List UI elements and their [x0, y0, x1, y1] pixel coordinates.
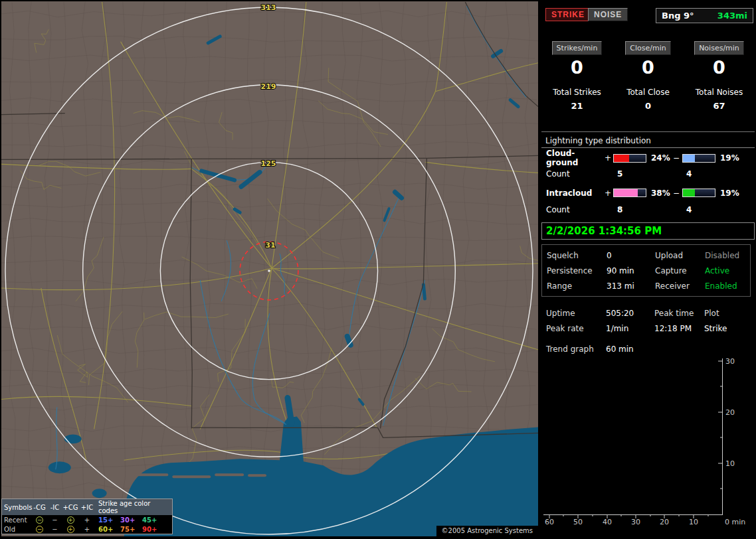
legend-col-pos-ic: +IC	[78, 504, 96, 511]
bearing-readout: Bng 9° 343mi	[656, 8, 753, 23]
status-box: Squelch 0 Upload Disabled Persistence 90…	[541, 244, 751, 297]
ic-minus-count: 4	[682, 205, 717, 214]
pos-ic-recent-icon: +	[78, 516, 96, 524]
age-90: 90+	[142, 526, 163, 533]
neg-cg-old-icon: −	[36, 526, 43, 533]
cg-count-label: Count	[546, 169, 605, 179]
close-per-min-button[interactable]: Close/min	[625, 41, 670, 55]
origin-label: 0 min	[725, 518, 745, 526]
noises-per-min-value: 0	[684, 57, 755, 78]
distribution-title: Lightning type distribution	[541, 136, 755, 148]
ring-label-313: 313	[261, 3, 276, 12]
ic-minus-pct: 19%	[717, 189, 756, 198]
capture-label: Capture	[655, 266, 705, 275]
age-75: 75+	[120, 526, 141, 533]
legend-symbols-header: Symbols	[4, 504, 32, 511]
pos-cg-recent-icon: +	[67, 516, 74, 524]
range-value: 313 mi	[607, 281, 655, 291]
legend-age-header: Strike age color codes	[96, 500, 170, 514]
ring-label-219: 219	[261, 82, 276, 91]
divider	[541, 131, 755, 132]
ic-plus-pct: 38%	[648, 189, 673, 198]
age-30: 30+	[120, 516, 141, 524]
svg-text:10: 10	[689, 518, 698, 526]
noises-per-min-button[interactable]: Noises/min	[694, 41, 744, 55]
minus-sign: −	[673, 153, 682, 163]
neg-cg-recent-icon: −	[36, 516, 43, 524]
legend-row-recent: Recent − − + + 15+ 30+ 45+	[2, 515, 172, 524]
close-per-min-value: 0	[613, 57, 684, 78]
trend-graph-value: 60 min	[606, 345, 755, 354]
map-canvas: 313 219 125 31	[1, 1, 538, 536]
ring-label-125: 125	[261, 159, 276, 168]
cg-plus-count: 5	[613, 169, 648, 179]
axis-ticks	[549, 361, 722, 518]
receiver-label: Receiver	[655, 281, 705, 291]
legend-row-old: Old − − + + 60+ 75+ 90+	[2, 524, 172, 534]
app-window: 313 219 125 31 Symbols -CG -IC +CG +IC S…	[0, 0, 756, 539]
y-axis-labels: 30 20 10	[725, 357, 735, 468]
datetime-value: 2/2/2026 1:34:56 PM	[546, 225, 662, 237]
strike-map[interactable]: 313 219 125 31 Symbols -CG -IC +CG +IC S…	[1, 1, 538, 536]
cloud-ground-label: Cloud-ground	[546, 149, 605, 167]
persistence-value: 90 min	[607, 266, 655, 275]
total-noises-label: Total Noises	[684, 88, 755, 97]
plot-label: Plot	[704, 309, 755, 318]
strikes-per-min-value: 0	[541, 57, 613, 78]
status-panel: STRIKE NOISE Bng 9° 343mi Strikes/min Cl…	[541, 1, 755, 538]
bearing-value: Bng 9°	[662, 11, 694, 21]
cg-plus-pct: 24%	[648, 153, 673, 163]
trend-graph: 30 20 10 60 50 40 30 20 10 0 min	[541, 353, 755, 536]
strike-button[interactable]: STRIKE	[545, 8, 591, 21]
noise-button[interactable]: NOISE	[588, 8, 628, 21]
svg-text:60: 60	[545, 518, 554, 526]
capture-value: Active	[705, 266, 750, 275]
squelch-label: Squelch	[547, 251, 607, 260]
peak-time-label: Peak time	[654, 309, 704, 318]
ic-count-row: Count 8 4	[541, 201, 756, 218]
ring-label-31: 31	[265, 241, 275, 250]
ic-plus-bar	[613, 189, 646, 197]
total-strikes-label: Total Strikes	[541, 88, 613, 97]
svg-text:10: 10	[725, 459, 735, 468]
total-close-value: 0	[613, 101, 684, 111]
plus-sign: +	[605, 153, 613, 163]
legend-col-pos-cg: +CG	[62, 504, 78, 511]
x-axis-labels: 60 50 40 30 20 10	[545, 518, 698, 526]
squelch-value: 0	[607, 251, 655, 260]
uptime-value: 505:20	[606, 309, 654, 318]
range-label: Range	[547, 281, 607, 291]
legend-old-label: Old	[4, 526, 32, 533]
svg-text:40: 40	[603, 518, 612, 526]
legend-recent-label: Recent	[4, 516, 32, 524]
bearing-range-value: 343mi	[717, 11, 747, 21]
intracloud-label: Intracloud	[546, 189, 605, 198]
ic-minus-bar	[682, 189, 715, 197]
pos-cg-old-icon: +	[67, 526, 74, 533]
receiver-value: Enabled	[705, 281, 750, 291]
neg-ic-old-icon: −	[47, 526, 62, 533]
legend-header: Symbols -CG -IC +CG +IC Strike age color…	[2, 499, 172, 515]
receiver-location-dot	[268, 270, 270, 272]
upload-value: Disabled	[705, 251, 750, 260]
persistence-label: Persistence	[547, 266, 607, 275]
svg-text:50: 50	[573, 518, 583, 526]
stats-section: Uptime 505:20 Peak time Plot Peak rate 1…	[541, 305, 755, 356]
legend-col-neg-cg: -CG	[32, 504, 47, 511]
ic-count-label: Count	[546, 205, 605, 214]
svg-text:20: 20	[660, 518, 669, 526]
intracloud-row: Intracloud + 38% − 19%	[541, 185, 756, 201]
uptime-label: Uptime	[546, 309, 606, 318]
svg-text:30: 30	[725, 357, 735, 366]
cg-minus-count: 4	[682, 169, 717, 179]
total-close-label: Total Close	[613, 88, 684, 97]
cg-minus-pct: 19%	[717, 153, 756, 163]
total-strikes-value: 21	[541, 101, 613, 111]
trend-graph-label: Trend graph	[546, 345, 606, 354]
peak-rate-value: 1/min	[606, 324, 654, 333]
cg-count-row: Count 5 4	[541, 165, 756, 182]
symbols-legend: Symbols -CG -IC +CG +IC Strike age color…	[1, 499, 173, 534]
plus-sign: +	[605, 189, 613, 198]
strikes-per-min-button[interactable]: Strikes/min	[552, 41, 603, 55]
legend-col-neg-ic: -IC	[47, 504, 62, 511]
